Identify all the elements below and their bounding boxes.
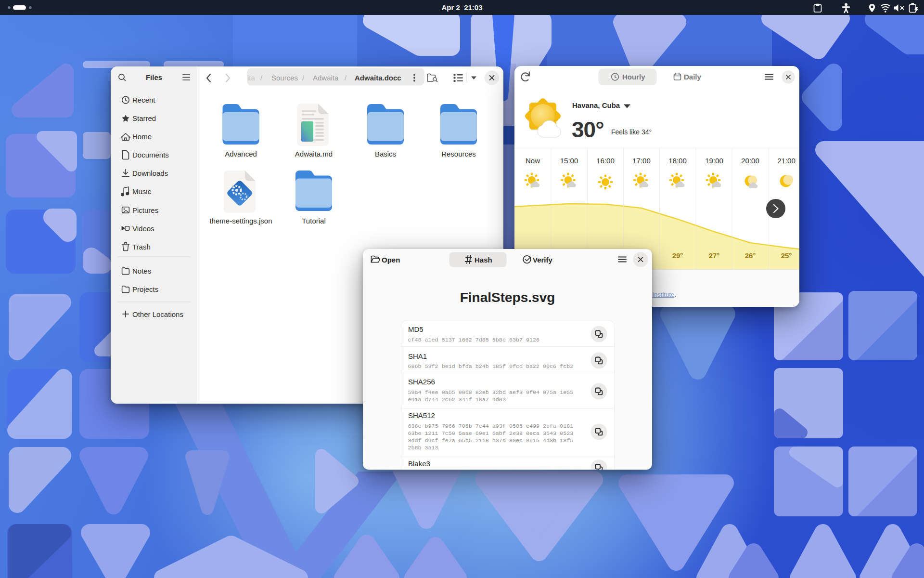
svg-text:21:00: 21:00 [777, 157, 796, 165]
svg-text:18:00: 18:00 [668, 157, 687, 165]
svg-text:686b 53f2 be1d bfda b24b 185f: 686b 53f2 be1d bfda b24b 185f 0fcd ba22 … [408, 363, 574, 370]
svg-text:Advanced: Advanced [225, 150, 257, 158]
svg-text:.: . [675, 291, 677, 298]
svg-text:63be 1211 7c50 5aae 69e1 6abf: 63be 1211 7c50 5aae 69e1 6abf 2e38 0eca … [408, 430, 574, 437]
svg-text:Now: Now [526, 157, 540, 165]
svg-text:16:00: 16:00 [596, 157, 615, 165]
svg-text:Verify: Verify [533, 256, 553, 264]
svg-text:636e b975 7966 706b 7e44 a93f: 636e b975 7966 706b 7e44 a93f 0585 e499 … [408, 423, 574, 430]
svg-text:Hash: Hash [475, 256, 492, 264]
svg-text:2b8b 3a13: 2b8b 3a13 [408, 445, 438, 451]
svg-text:Basics: Basics [375, 150, 396, 158]
svg-text:FinalSteps.svg: FinalSteps.svg [460, 290, 555, 305]
svg-text:17:00: 17:00 [632, 157, 651, 165]
svg-text:MD5: MD5 [408, 325, 424, 333]
svg-text:20:00: 20:00 [741, 157, 759, 165]
svg-text:19:00: 19:00 [705, 157, 723, 165]
svg-text:27°: 27° [709, 251, 720, 260]
svg-text:Apr 2 21:03: Apr 2 21:03 [441, 3, 482, 12]
svg-text:theme-settings.json: theme-settings.json [209, 217, 272, 225]
svg-text:Feels like 34°: Feels like 34° [611, 128, 652, 136]
svg-text:Hourly: Hourly [622, 73, 645, 81]
svg-text:26°: 26° [745, 251, 756, 260]
svg-text:Daily: Daily [684, 73, 702, 81]
svg-text:29°: 29° [672, 251, 683, 260]
svg-text:15:00: 15:00 [560, 157, 578, 165]
svg-text:SHA256: SHA256 [408, 378, 435, 386]
svg-text:59a4 f4ee 0a65 0068 82eb 32bd: 59a4 f4ee 0a65 0068 82eb 32bd aef3 9f04 … [408, 389, 574, 396]
svg-text:Tutorial: Tutorial [302, 217, 325, 225]
svg-text:Havana, Cuba: Havana, Cuba [572, 101, 620, 109]
svg-text:Adwaita.md: Adwaita.md [295, 150, 333, 158]
svg-text:25°: 25° [781, 251, 792, 260]
svg-text:cf48 a1ed 5137 1662 7d85 5b8c: cf48 a1ed 5137 1662 7d85 5b8c 63b7 9126 [408, 337, 540, 343]
svg-text:SHA1: SHA1 [408, 352, 427, 360]
svg-text:30°: 30° [572, 117, 604, 142]
svg-text:Resources: Resources [441, 150, 476, 158]
svg-text:Open: Open [382, 256, 400, 264]
svg-text:SHA512: SHA512 [408, 411, 435, 420]
svg-text:3ddf d9cf fe7a 65b5 2118 b37d: 3ddf d9cf fe7a 65b5 2118 b37d 80ec 8615 … [408, 437, 574, 444]
svg-text:Blake3: Blake3 [408, 460, 430, 468]
svg-text:e91a d744 2c62 341f 18a7 9d03: e91a d744 2c62 341f 18a7 9d03 [408, 396, 506, 403]
